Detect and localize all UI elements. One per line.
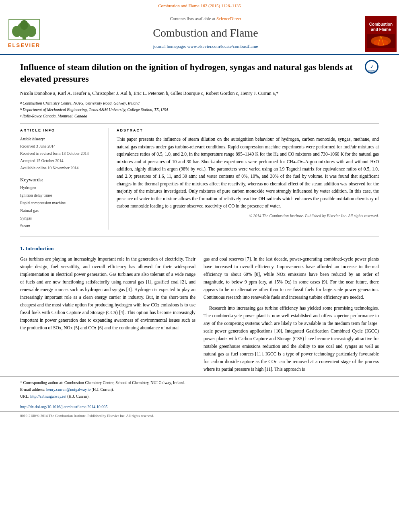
authors-line: Nicola Donohoe a, Karl A. Heufer a, Chri… (20, 90, 379, 97)
keyword-natural-gas: Natural gas (20, 207, 102, 214)
received-revised-date: Received in revised form 13 October 2014 (20, 150, 102, 157)
keywords-list: Hydrogen Ignition delay times Rapid comp… (20, 184, 102, 230)
journal-header-center: Contents lists available at ScienceDirec… (48, 14, 363, 54)
journal-cover-image: Combustion and Flame (365, 16, 397, 52)
email-label: E-mail address: (20, 387, 45, 392)
url-label: URL: (20, 394, 29, 398)
body-section: 1. Introduction Gas turbines are playing… (0, 244, 399, 376)
keyword-steam: Steam (20, 222, 102, 230)
affil-c-text: Rolls-Royce Canada, Montreal, Canada (23, 113, 87, 119)
elsevier-logo: ELSEVIER (8, 18, 40, 49)
received-date: Received 3 June 2014 (20, 143, 102, 150)
introduction-body: Gas turbines are playing an increasingly… (20, 255, 379, 376)
divider2 (20, 236, 379, 236)
authors-text: Nicola Donohoe a, Karl A. Heufer a, Chri… (20, 90, 278, 96)
keyword-rcm: Rapid compression machine (20, 199, 102, 207)
journal-ref-text: Combustion and Flame 162 (2015) 1126–113… (158, 3, 241, 8)
journal-title: Combustion and Flame (153, 25, 258, 41)
svg-text:✓: ✓ (370, 64, 374, 69)
svg-point-4 (20, 20, 28, 30)
crossmark-icon: ✓ CrossMark (364, 60, 379, 74)
intro-para-1: Gas turbines are playing an increasingly… (20, 255, 195, 332)
introduction-title: 1. Introduction (20, 244, 379, 253)
abstract-label: ABSTRACT (117, 128, 379, 134)
available-date: Available online 10 November 2014 (20, 164, 102, 172)
divider (20, 123, 379, 124)
elsevier-brand-text: ELSEVIER (8, 41, 40, 49)
doi-line: http://dx.doi.org/10.1016/j.combustflame… (0, 402, 399, 411)
keyword-idt: Ignition delay times (20, 191, 102, 199)
crossmark-badge: ✓ CrossMark (364, 60, 379, 76)
keyword-syngas: Syngas (20, 214, 102, 222)
title-area: ✓ CrossMark Influence of steam dilution … (20, 61, 379, 85)
affiliation-b: b Department of Mechanical Engineering, … (20, 107, 379, 113)
footer-bar: 0010-2180/© 2014 The Combustion Institut… (0, 411, 399, 421)
doi-url: http://dx.doi.org/10.1016/j.combustflame… (20, 405, 107, 409)
keywords-section: Keywords: Hydrogen Ignition delay times … (20, 176, 102, 230)
sciencedirect-line: Contents lists available at ScienceDirec… (170, 15, 241, 22)
elsevier-tree-icon (8, 18, 40, 41)
cover-journal-title: Combustion and Flame (365, 20, 397, 34)
svg-point-3 (27, 26, 36, 37)
publisher-logo-area: ELSEVIER (0, 14, 48, 54)
article-info-label: ARTICLE INFO (20, 128, 102, 134)
url-name: (H.J. Curran). (67, 394, 90, 398)
history-label: Article history: (20, 136, 102, 143)
footnote-section: * Corresponding author at: Combustion Ch… (0, 376, 399, 402)
sciencedirect-link[interactable]: ScienceDirect (216, 16, 241, 21)
cover-illustration (367, 34, 395, 48)
intro-para-3: Research into increasing gas turbine eff… (204, 304, 379, 373)
article-info-abstract-row: ARTICLE INFO Article history: Received 3… (20, 128, 379, 230)
affiliations: a Combustion Chemistry Centre, NUIG, Uni… (20, 100, 379, 119)
abstract-column: ABSTRACT This paper presents the influen… (117, 128, 379, 230)
homepage-url: www.elsevier.com/locate/combustflame (187, 44, 258, 49)
issn-line: 0010-2180/© 2014 The Combustion Institut… (20, 413, 154, 419)
email-link[interactable]: henry.curran@nuigalway.ie (46, 387, 90, 392)
url-line: URL: http://c3.nuigalway.ie/ (H.J. Curra… (20, 393, 379, 400)
keywords-label: Keywords: (20, 176, 102, 184)
affiliation-a: a Combustion Chemistry Centre, NUIG, Uni… (20, 100, 379, 107)
email-line: E-mail address: henry.curran@nuigalway.i… (20, 386, 379, 393)
intro-col2: gas and coal reserves [7]. In the last d… (204, 255, 379, 376)
abstract-text: This paper presents the influence of ste… (117, 136, 379, 210)
keyword-hydrogen: Hydrogen (20, 184, 102, 191)
journal-cover-area: Combustion and Flame (363, 14, 399, 54)
affil-b-text: Department of Mechanical Engineering, Te… (23, 107, 168, 113)
intro-para-2: gas and coal reserves [7]. In the last d… (204, 255, 379, 301)
affiliation-c: c Rolls-Royce Canada, Montreal, Canada (20, 113, 379, 119)
journal-reference-bar: Combustion and Flame 162 (2015) 1126–113… (0, 0, 399, 11)
corresponding-text: * Corresponding author at: Combustion Ch… (20, 380, 185, 385)
paper-content: ✓ CrossMark Influence of steam dilution … (0, 55, 399, 244)
url-link[interactable]: http://c3.nuigalway.ie/ (30, 394, 66, 398)
affil-a-text: Combustion Chemistry Centre, NUIG, Unive… (23, 100, 140, 107)
article-info-column: ARTICLE INFO Article history: Received 3… (20, 128, 109, 230)
svg-point-2 (12, 26, 22, 37)
svg-text:CrossMark: CrossMark (367, 70, 377, 72)
svg-point-8 (374, 39, 388, 46)
copyright-line: © 2014 The Combustion Institute. Publish… (117, 213, 379, 219)
article-history: Article history: Received 3 June 2014 Re… (20, 136, 102, 172)
journal-header: ELSEVIER Contents lists available at Sci… (0, 11, 399, 55)
email-name: (H.J. Curran). (92, 387, 114, 392)
paper-title: Influence of steam dilution on the ignit… (20, 61, 379, 85)
journal-homepage: journal homepage: www.elsevier.com/locat… (153, 43, 258, 50)
accepted-date: Accepted 15 October 2014 (20, 157, 102, 164)
intro-col1: Gas turbines are playing an increasingly… (20, 255, 195, 376)
corresponding-author: * Corresponding author at: Combustion Ch… (20, 379, 379, 386)
